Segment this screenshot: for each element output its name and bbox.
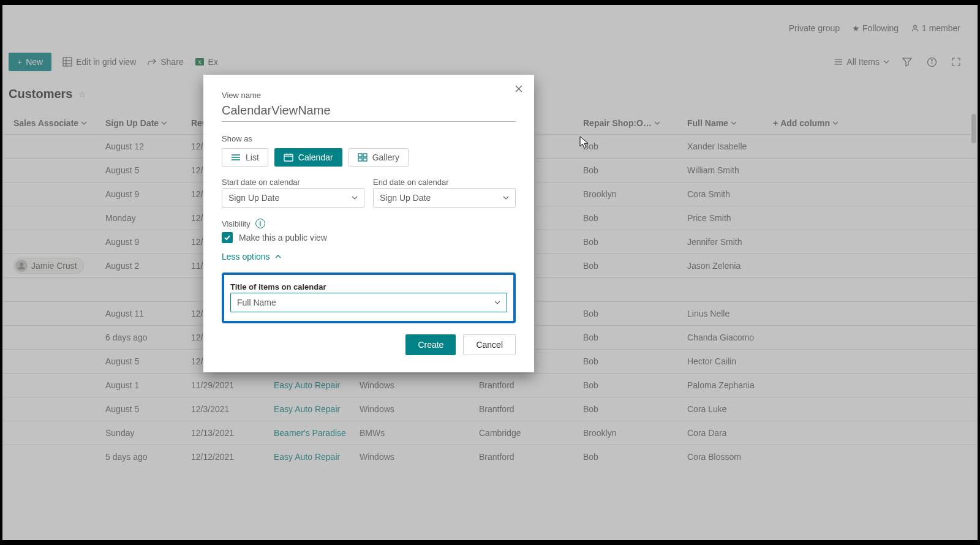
end-date-select[interactable]: Sign Up Date [373,188,516,208]
create-view-dialog: View name Show as List Calendar Gallery … [203,75,534,372]
gallery-icon [358,153,368,162]
show-as-calendar[interactable]: Calendar [274,148,342,167]
svg-rect-26 [363,158,367,161]
svg-rect-24 [363,154,367,157]
svg-rect-23 [358,154,362,157]
show-as-list[interactable]: List [222,148,268,167]
show-as-label: Show as [222,134,516,143]
visibility-label: Visibility [222,219,251,228]
public-view-label: Make this a public view [239,233,327,242]
chevron-up-icon [275,254,281,260]
end-date-label: End date on calendar [373,178,516,187]
start-date-select[interactable]: Sign Up Date [222,188,364,208]
chevron-down-icon [352,195,358,201]
close-icon [514,85,523,93]
svg-rect-19 [284,154,293,161]
check-icon [224,234,231,241]
cancel-button[interactable]: Cancel [463,334,516,355]
svg-rect-25 [358,158,362,161]
title-items-select[interactable]: Full Name [230,293,507,312]
less-options-toggle[interactable]: Less options [222,252,516,261]
calendar-icon [284,153,293,162]
chevron-down-icon [503,195,509,201]
create-button[interactable]: Create [405,334,456,355]
title-of-items-highlight: Title of items on calendar Full Name [222,272,516,323]
view-name-label: View name [222,91,516,100]
list-icon [231,154,241,161]
chevron-down-icon [494,299,500,306]
show-as-gallery[interactable]: Gallery [349,148,409,167]
title-items-label: Title of items on calendar [230,282,507,291]
close-button[interactable] [514,85,523,95]
start-date-label: Start date on calendar [222,178,364,187]
public-view-checkbox[interactable] [222,232,233,243]
view-name-input[interactable] [222,101,516,122]
visibility-info-icon[interactable]: i [255,219,265,228]
